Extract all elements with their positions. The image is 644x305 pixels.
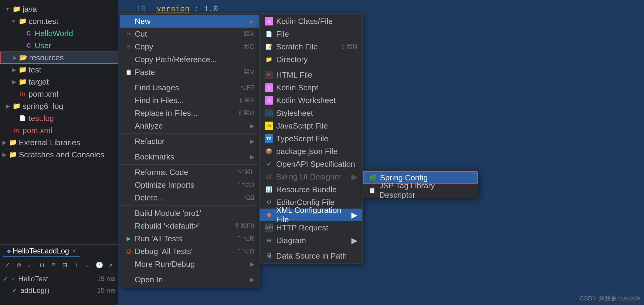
kotlin-script-icon: K [265, 83, 273, 92]
menu-label: Reformat Code [135, 168, 188, 177]
separator [260, 248, 362, 248]
expand-arrow: ▶ [6, 103, 12, 109]
submenu-item-kotlin-ws[interactable]: K Kotlin Worksheet [260, 94, 362, 107]
submenu-item-ts[interactable]: TS TypeScript File [260, 132, 362, 145]
up-button[interactable]: ↑ [72, 260, 81, 270]
context-menu: New ▶ ✂ Cut ⌘X ⎘ Copy ⌘C Copy Path/Refer… [120, 13, 259, 287]
tree-label: test [29, 65, 41, 75]
tree-label: pom.xml [29, 89, 58, 99]
submenu-item-file[interactable]: 📄 File [260, 28, 362, 40]
menu-item-paste[interactable]: 📋 Paste ⌘V [120, 66, 259, 79]
submenu-item-scratch[interactable]: 📝 Scratch File ⇧⌘N [260, 40, 362, 53]
tree-item-resources[interactable]: ▶ 📂 resources [0, 52, 118, 64]
menu-label: Delete... [135, 193, 164, 203]
tree-label: resources [29, 53, 64, 62]
align-button[interactable]: ≡ [49, 260, 58, 270]
menu-item-optimize[interactable]: Optimize Imports ⌃⌥O [120, 179, 259, 191]
bottom-tab-hellotest[interactable]: ◆ HelloTest.addLog ✕ [3, 246, 80, 257]
tree-item-user[interactable]: ▾ C User [0, 39, 118, 52]
tree-item-spring6log[interactable]: ▶ 📁 spring6_log [0, 100, 118, 112]
menu-item-new[interactable]: New ▶ [120, 15, 259, 28]
sort-desc-button[interactable]: ↓↑ [26, 260, 35, 270]
submenu-item-swing: 🖼 Swing UI Designer ▶ [260, 170, 362, 183]
folder-icon: 📁 [18, 17, 27, 25]
folder-icon: 📁 [12, 5, 21, 13]
sort-asc-button[interactable]: ↑↓ [37, 260, 46, 270]
submenu-item-xml-config[interactable]: ⊛ XML Configuration File ▶ [260, 209, 362, 221]
submenu-item-bundle[interactable]: 📊 Resource Bundle [260, 183, 362, 196]
menu-item-rebuild[interactable]: Rebuild '<default>' ⇧⌘F9 [120, 220, 259, 232]
more-button[interactable]: » [106, 260, 115, 270]
submenu-item-package[interactable]: 📦 package.json File [260, 145, 362, 158]
tree-item-helloworld[interactable]: ▾ C HelloWorld [0, 27, 118, 39]
tree-item-pom1[interactable]: ▾ m pom.xml [0, 88, 118, 100]
submenu-arrow: ▶ [250, 122, 254, 129]
menu-item-find-usages[interactable]: Find Usages ⌥F7 [120, 81, 259, 94]
submenu-item-kotlin-class[interactable]: K Kotlin Class/File [260, 15, 362, 28]
submenu-item-openapi[interactable]: ✓ OpenAPI Specification [260, 158, 362, 170]
menu-item-build[interactable]: Build Module 'pro1' [120, 207, 259, 220]
stop-button[interactable]: ⊘ [15, 260, 24, 270]
submenu-label: Stylesheet [276, 109, 313, 118]
down-button[interactable]: ↓ [83, 260, 93, 270]
menu-item-more-run[interactable]: More Run/Debug ▶ [120, 258, 259, 270]
menu-item-open-in[interactable]: Open In ▶ [120, 273, 259, 286]
menu-item-delete[interactable]: Delete... ⌫ [120, 191, 259, 204]
tree-item-test[interactable]: ▶ 📁 test [0, 64, 118, 76]
submenu-item-html[interactable]: H HTML File [260, 69, 362, 81]
tree-item-scratches[interactable]: ▶ 📁 Scratches and Consoles [0, 149, 118, 161]
menu-label: Refactor [135, 137, 164, 146]
menu-item-find-files[interactable]: Find in Files... ⇧⌘F [120, 94, 259, 107]
submenu-item-css[interactable]: CSS Stylesheet [260, 107, 362, 119]
menu-item-replace[interactable]: Replace in Files... ⇧⌘R [120, 107, 259, 119]
spring-icon: 🌿 [368, 173, 377, 182]
menu-item-bookmarks[interactable]: Bookmarks ▶ [120, 150, 259, 163]
menu-item-refactor[interactable]: Refactor ▶ [120, 135, 259, 148]
submenu-item-kotlin-script[interactable]: K Kotlin Script [260, 81, 362, 94]
check-button[interactable]: ✓ [3, 260, 12, 270]
spacer-icon [125, 153, 132, 160]
menu-item-reformat[interactable]: Reformat Code ⌥⌘L [120, 166, 259, 179]
check-pass-icon: ✓ [3, 275, 8, 283]
tree-label: Scratches and Consoles [19, 150, 104, 159]
tree-item-testlog[interactable]: ▾ 📄 test.log [0, 112, 118, 124]
tree-item-pom2[interactable]: ▾ m pom.xml [0, 124, 118, 136]
tree-item-ext-lib[interactable]: ▶ 📁 External Libraries [0, 136, 118, 149]
copy-icon: ⎘ [125, 43, 132, 50]
menu-item-cut[interactable]: ✂ Cut ⌘X [120, 28, 259, 40]
code-version: version [157, 5, 190, 14]
submenu-item-directory[interactable]: 📁 Directory [260, 53, 362, 66]
tree-item-java[interactable]: ▾ 📁 java [0, 3, 118, 15]
submenu-label: OpenAPI Specification [276, 159, 355, 169]
folder-icon: 📁 [265, 55, 273, 64]
kotlin-ws-icon: K [265, 96, 273, 105]
submenu-item-js[interactable]: JS JavaScript File [260, 119, 362, 132]
tree-item-target[interactable]: ▶ 📁 target [0, 76, 118, 88]
separator [260, 67, 362, 67]
test-row-hellotest: ✓ ✓ HelloTest 15 ms [3, 273, 115, 285]
menu-label: Copy [135, 42, 153, 52]
menu-item-copy[interactable]: ⎘ Copy ⌘C [120, 40, 259, 53]
submenu-item-diagram[interactable]: ⊞ Diagram ▶ [260, 234, 362, 247]
folder-icon: 📁 [8, 150, 17, 159]
submenu-item-jsp[interactable]: 📋 JSP Tag Library Descriptor [363, 184, 478, 197]
separator [120, 205, 259, 206]
spacer-icon [125, 84, 132, 91]
test-duration: 15 ms [97, 275, 115, 283]
tree-item-comtest[interactable]: ▾ 📁 com.test [0, 15, 118, 27]
menu-item-debug[interactable]: 🐞 Debug 'All Tests' ⌃⌥D [120, 245, 259, 258]
close-icon[interactable]: ✕ [72, 248, 76, 254]
submenu-item-datasource[interactable]: 🗄 Data Source in Path [260, 250, 362, 262]
shortcut-key: ⌫ [245, 194, 254, 202]
log-icon: 📄 [18, 114, 27, 122]
menu-item-run[interactable]: ▶ Run 'All Tests' ⌃⌥R [120, 232, 259, 245]
submenu-new: K Kotlin Class/File 📄 File 📝 Scratch Fil… [259, 13, 363, 264]
filter-button[interactable]: ⊟ [60, 260, 69, 270]
menu-item-copy-path[interactable]: Copy Path/Reference... [120, 53, 259, 66]
tree-label: External Libraries [19, 138, 80, 147]
menu-label: Open In [135, 275, 163, 284]
expand-arrow: ▾ [12, 18, 18, 25]
menu-item-analyze[interactable]: Analyze ▶ [120, 119, 259, 132]
clock-button[interactable]: 🕐 [95, 260, 104, 270]
submenu-label: Swing UI Designer [276, 172, 341, 182]
